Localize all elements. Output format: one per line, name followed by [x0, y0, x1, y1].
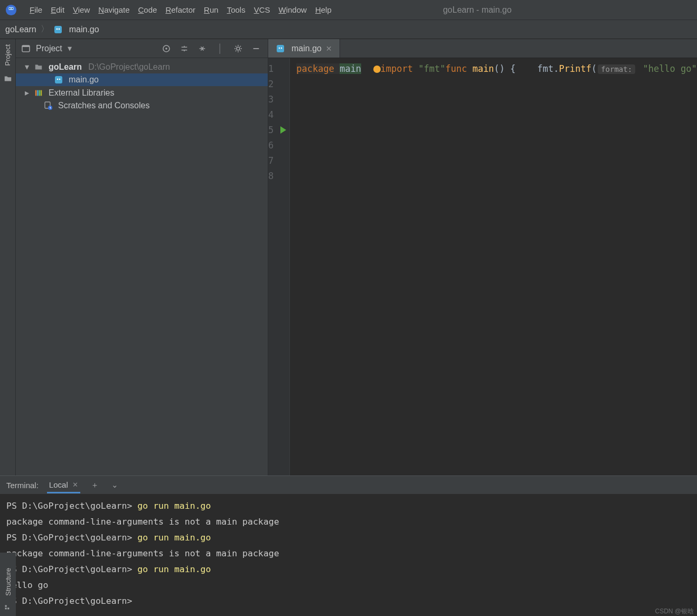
project-tool-button[interactable]: Project — [4, 42, 12, 68]
menu-item-view[interactable]: View — [69, 3, 94, 16]
terminal-output[interactable]: PS D:\GoProject\goLearn> go run main.gop… — [0, 494, 697, 616]
tree-root-path: D:\GoProject\goLearn — [88, 62, 170, 72]
svg-point-6 — [58, 28, 60, 30]
chevron-right-icon[interactable]: ▸ — [23, 88, 31, 98]
svg-rect-8 — [22, 45, 30, 47]
svg-rect-4 — [54, 26, 62, 33]
gutter-line[interactable]: 6 — [268, 138, 289, 153]
gutter-line[interactable]: 4 — [268, 107, 289, 123]
tree-scratches-label: Scratches and Consoles — [58, 101, 149, 110]
tree-file-label: main.go — [69, 75, 99, 85]
editor-tab-label: main.go — [291, 44, 322, 53]
project-header-title: Project — [36, 44, 62, 53]
code-lines[interactable]: package main import "fmt"func main() { f… — [290, 58, 697, 475]
terminal-line: PS D:\GoProject\goLearn> — [6, 593, 691, 609]
menu-item-edit[interactable]: Edit — [46, 3, 69, 16]
menu-item-code[interactable]: Code — [134, 3, 162, 16]
library-icon — [34, 88, 43, 98]
svg-point-5 — [56, 28, 58, 30]
gutter-line[interactable]: 2 — [268, 77, 289, 92]
gutter-line[interactable]: 1 — [268, 61, 289, 77]
svg-point-14 — [57, 79, 59, 80]
app-logo-icon — [5, 4, 17, 16]
tree-row-external[interactable]: ▸ External Libraries — [16, 86, 268, 99]
svg-rect-19 — [41, 90, 42, 96]
go-file-icon — [54, 75, 63, 85]
menu-item-navigate[interactable]: Navigate — [94, 3, 134, 16]
tree-row-file[interactable]: main.go — [16, 73, 268, 86]
close-icon[interactable]: ✕ — [72, 481, 78, 489]
svg-rect-16 — [35, 90, 37, 96]
go-file-icon — [276, 44, 285, 53]
svg-rect-25 — [5, 605, 7, 607]
close-icon[interactable]: ✕ — [326, 44, 332, 53]
scratch-icon — [43, 101, 53, 110]
menu-item-tools[interactable]: Tools — [223, 3, 250, 16]
project-view-icon — [21, 44, 31, 53]
svg-rect-17 — [37, 90, 39, 96]
svg-point-10 — [165, 48, 167, 50]
svg-point-15 — [59, 79, 61, 80]
tree-row-root[interactable]: ▾ goLearn D:\GoProject\goLearn — [16, 60, 268, 73]
watermark-text: CSDN @银晗 — [655, 607, 694, 616]
svg-rect-18 — [39, 90, 41, 96]
chevron-right-icon: 〉 — [41, 24, 49, 35]
menu-item-refactor[interactable]: Refactor — [161, 3, 200, 16]
gutter[interactable]: 12345678 — [268, 58, 290, 475]
run-gutter-icon[interactable] — [280, 126, 286, 134]
svg-rect-12 — [253, 48, 259, 49]
terminal-line: PS D:\GoProject\goLearn> go run main.go — [6, 498, 691, 514]
gutter-line[interactable]: 8 — [268, 169, 289, 184]
menu-item-file[interactable]: File — [25, 3, 46, 16]
tree-root-label: goLearn — [49, 62, 82, 72]
terminal-header: Terminal: Local ✕ ＋ ⌄ — [0, 476, 697, 494]
terminal-line: PS D:\GoProject\goLearn> go run main.go — [6, 530, 691, 546]
code-editor[interactable]: 12345678 package main import "fmt"func m… — [268, 58, 697, 475]
folder-icon[interactable] — [3, 74, 13, 83]
hide-icon[interactable] — [250, 42, 262, 55]
new-terminal-icon[interactable]: ＋ — [89, 478, 101, 492]
svg-rect-27 — [7, 608, 9, 609]
breadcrumb-root[interactable]: goLearn — [5, 25, 36, 34]
left-bottom-rail: Structure — [0, 553, 16, 616]
breadcrumb-file[interactable]: main.go — [69, 25, 99, 34]
project-header: Project ▾ │ — [16, 39, 268, 58]
tree-row-scratches[interactable]: Scratches and Consoles — [16, 99, 268, 112]
svg-rect-26 — [5, 608, 7, 609]
intention-bulb-icon[interactable] — [373, 66, 381, 73]
svg-rect-13 — [55, 76, 62, 83]
folder-icon — [34, 62, 43, 72]
gear-icon[interactable] — [232, 42, 244, 55]
svg-point-24 — [281, 47, 282, 49]
structure-tool-button[interactable]: Structure — [4, 566, 12, 598]
terminal-tab-label: Local — [49, 480, 68, 489]
target-icon[interactable] — [160, 42, 173, 55]
gutter-line[interactable]: 7 — [268, 153, 289, 169]
expand-all-icon[interactable] — [178, 42, 191, 55]
svg-rect-22 — [277, 45, 284, 52]
terminal-dropdown-icon[interactable]: ⌄ — [109, 478, 120, 492]
chevron-down-icon[interactable]: ▾ — [23, 62, 31, 72]
collapse-all-icon[interactable] — [196, 42, 209, 55]
go-file-icon — [53, 25, 63, 34]
terminal-line: PS D:\GoProject\goLearn> go run main.go — [6, 562, 691, 577]
svg-point-2 — [10, 8, 11, 9]
structure-icon[interactable] — [3, 603, 13, 613]
menu-item-run[interactable]: Run — [200, 3, 223, 16]
editor-tab[interactable]: main.go ✕ — [268, 39, 340, 58]
project-tree[interactable]: ▾ goLearn D:\GoProject\goLearn main.go ▸… — [16, 58, 268, 475]
terminal-line: package command-line-arguments is not a … — [6, 514, 691, 530]
svg-point-23 — [279, 47, 280, 49]
menu-bar: FileEditViewNavigateCodeRefactorRunTools… — [0, 0, 697, 20]
editor-tab-bar: main.go ✕ — [268, 39, 697, 58]
svg-point-11 — [237, 47, 240, 50]
main-area: Project Project ▾ │ ▾ goLearn D:\G — [0, 39, 697, 475]
gutter-line[interactable]: 3 — [268, 92, 289, 107]
editor-area: main.go ✕ 12345678 package main import "… — [268, 39, 697, 475]
terminal-line: hello go — [6, 577, 691, 593]
dropdown-arrow-icon[interactable]: ▾ — [68, 43, 72, 53]
terminal-line: package command-line-arguments is not a … — [6, 546, 691, 562]
tree-external-label: External Libraries — [49, 88, 115, 98]
terminal-tab[interactable]: Local ✕ — [47, 477, 80, 493]
project-pane: Project ▾ │ ▾ goLearn D:\GoProject\goLea… — [16, 39, 268, 475]
